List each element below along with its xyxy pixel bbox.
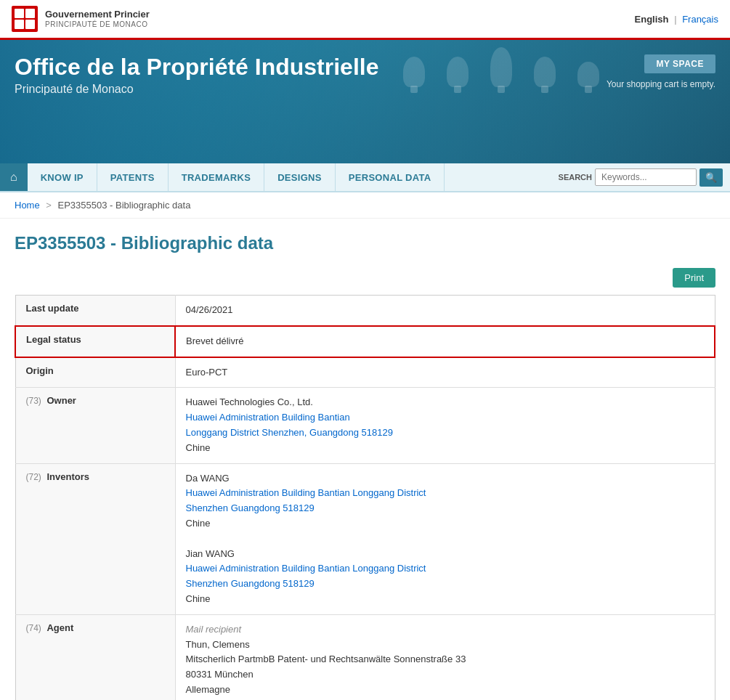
- inventor2-addr-link-2[interactable]: Shenzhen Guangdong 518129: [186, 578, 315, 589]
- field-label-legal-status: Legal status: [15, 326, 175, 357]
- home-nav-button[interactable]: ⌂: [0, 163, 28, 191]
- nav-trademarks[interactable]: TRADEMARKS: [169, 163, 264, 191]
- field-value-inventors: Da WANG Huawei Administration Building B…: [175, 463, 715, 614]
- inventor1-addr-link-2[interactable]: Shenzhen Guangdong 518129: [186, 502, 315, 513]
- table-row-legal-status: Legal status Brevet délivré: [15, 326, 715, 357]
- logo-sub-name: PRINCIPAUTÉ DE MONACO: [45, 20, 150, 29]
- my-space-button[interactable]: MY SPACE: [644, 54, 715, 73]
- field-value: 04/26/2021: [175, 296, 715, 326]
- search-area: SEARCH 🔍: [551, 163, 730, 191]
- navigation-bar: ⌂ KNOW IP PATENTS TRADEMARKS DESIGNS PER…: [0, 163, 730, 192]
- table-row: Last update 04/26/2021: [15, 296, 715, 326]
- lang-english[interactable]: English: [635, 14, 669, 25]
- field-label-owner: (73) Owner: [15, 388, 175, 463]
- hero-title: Office de la Propriété Industrielle Prin…: [15, 54, 378, 96]
- hero-subtitle: Principauté de Monaco: [15, 83, 378, 96]
- inventor2-addr-link-1[interactable]: Huawei Administration Building Bantian L…: [186, 563, 426, 574]
- print-button-area: Print: [15, 268, 715, 288]
- language-switcher: English | Français: [635, 14, 718, 25]
- owner-address-link-2[interactable]: Longgang District Shenzhen, Guangdong 51…: [186, 427, 394, 438]
- table-row-inventors: (72) Inventors Da WANG Huawei Administra…: [15, 463, 715, 614]
- owner-address-link-1[interactable]: Huawei Administration Building Bantian: [186, 412, 350, 423]
- breadcrumb-current: EP3355503 - Bibliographic data: [58, 200, 191, 211]
- logo-text: Gouvernement Princier PRINCIPAUTÉ DE MON…: [45, 9, 150, 29]
- page-title: EP3355503 - Bibliographic data: [15, 233, 715, 253]
- table-row-owner: (73) Owner Huawei Technologies Co., Ltd.…: [15, 388, 715, 463]
- breadcrumb-home[interactable]: Home: [15, 200, 40, 211]
- nav-know-ip[interactable]: KNOW IP: [28, 163, 97, 191]
- field-value-owner: Huawei Technologies Co., Ltd. Huawei Adm…: [175, 388, 715, 463]
- logo-main-name: Gouvernement Princier: [45, 9, 150, 20]
- nav-personal-data[interactable]: PERSONAL DATA: [336, 163, 445, 191]
- table-row-agent: (74) Agent Mail recipient Thun, Clemens …: [15, 614, 715, 700]
- hero-banner: Office de la Propriété Industrielle Prin…: [0, 40, 730, 163]
- lang-french[interactable]: Français: [682, 14, 718, 25]
- top-bar: Gouvernement Princier PRINCIPAUTÉ DE MON…: [0, 0, 730, 40]
- cart-status: Your shopping cart is empty.: [607, 79, 715, 89]
- nav-patents[interactable]: PATENTS: [97, 163, 169, 191]
- search-input[interactable]: [595, 168, 697, 186]
- field-value-legal-status: Brevet délivré: [175, 326, 715, 357]
- main-content: EP3355503 - Bibliographic data Print Las…: [0, 219, 730, 700]
- field-label-inventors: (72) Inventors: [15, 463, 175, 614]
- field-value: Euro-PCT: [175, 357, 715, 388]
- search-button[interactable]: 🔍: [699, 168, 723, 187]
- nav-designs[interactable]: DESIGNS: [264, 163, 336, 191]
- field-label: Last update: [15, 296, 175, 326]
- print-button[interactable]: Print: [673, 268, 715, 288]
- hero-right: MY SPACE Your shopping cart is empty.: [607, 54, 715, 89]
- search-label: SEARCH: [559, 173, 592, 182]
- breadcrumb: Home > EP3355503 - Bibliographic data: [0, 192, 730, 219]
- field-label: Origin: [15, 357, 175, 388]
- inventor1-addr-link-1[interactable]: Huawei Administration Building Bantian L…: [186, 487, 426, 498]
- field-value-agent: Mail recipient Thun, Clemens Mitscherlic…: [175, 614, 715, 700]
- field-label-agent: (74) Agent: [15, 614, 175, 700]
- table-row: Origin Euro-PCT: [15, 357, 715, 388]
- hero-content: Office de la Propriété Industrielle Prin…: [0, 40, 730, 96]
- logo-shield: [12, 6, 38, 32]
- logo-area: Gouvernement Princier PRINCIPAUTÉ DE MON…: [12, 6, 150, 32]
- hero-main-title: Office de la Propriété Industrielle: [15, 54, 378, 80]
- bibliographic-table: Last update 04/26/2021 Legal status Brev…: [15, 295, 715, 700]
